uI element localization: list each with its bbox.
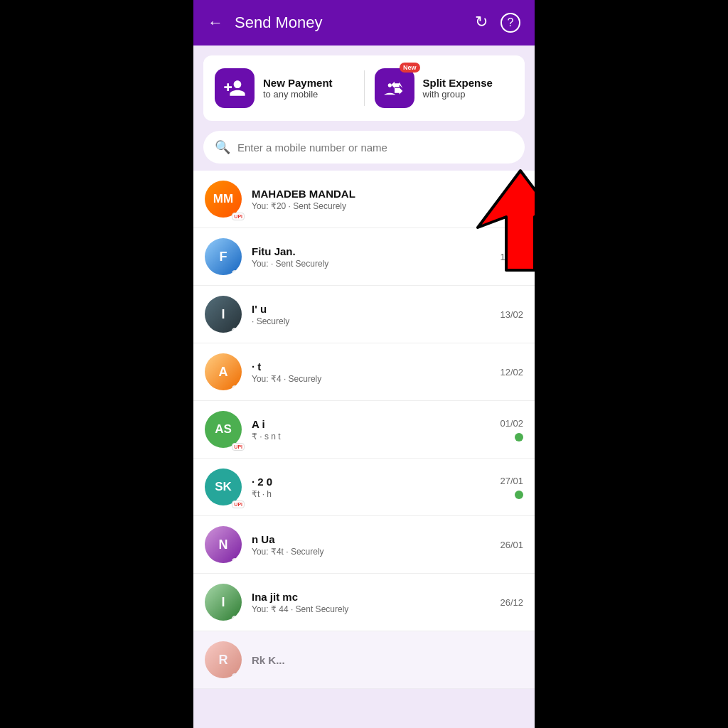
contact-sub: ₹t · h <box>252 489 490 499</box>
contact-name: · t <box>252 360 490 373</box>
contact-sub: You: · Sent Securely <box>252 259 490 269</box>
search-input[interactable] <box>237 141 513 154</box>
top-actions: New Payment to any mobile New Split Expe… <box>203 55 525 121</box>
contact-date: 13/02 <box>500 309 523 320</box>
avatar: MM UPI <box>205 181 242 218</box>
upi-badge: UPI <box>232 270 242 275</box>
contact-item[interactable]: AS UPI A i ₹ · s n t 01/02 <box>193 401 535 459</box>
phone-container: ← Send Money ↻ ? New Payment to any mobi… <box>193 0 535 728</box>
contact-info: A i ₹ · s n t <box>252 418 490 441</box>
avatar-initials: MM <box>213 192 233 206</box>
avatar: I UPI <box>205 296 242 333</box>
contact-name: n Ua <box>252 533 490 545</box>
new-payment-button[interactable]: New Payment to any mobile <box>215 68 354 108</box>
contact-item[interactable]: N UPI n Ua You: ₹4t · Securely 26/01 <box>193 516 535 574</box>
upi-badge: UPI <box>232 385 242 390</box>
help-icon[interactable]: ? <box>500 13 520 33</box>
contact-info: MAHADEB MANDAL You: ₹20 · Sent Securely <box>252 188 490 211</box>
upi-badge: UPI <box>232 673 242 678</box>
avatar: AS UPI <box>205 411 242 448</box>
contact-name: · 2 0 <box>252 476 490 488</box>
contact-name: I' u <box>252 303 490 315</box>
upi-badge: UPI <box>232 558 242 563</box>
contact-item[interactable]: I UPI I' u · Securely 13/02 <box>193 286 535 343</box>
contact-name: MAHADEB MANDAL <box>252 188 490 200</box>
contact-info: Ina jit mc You: ₹ 44 · Sent Securely <box>252 591 490 614</box>
split-expense-button[interactable]: New Split Expense with group <box>375 68 514 108</box>
action-divider <box>364 70 365 106</box>
contact-name: A i <box>252 418 490 430</box>
contact-sub: · Securely <box>252 316 490 326</box>
back-button[interactable]: ← <box>208 14 223 32</box>
avatar: A UPI <box>205 353 242 390</box>
new-payment-subtitle: to any mobile <box>263 89 333 100</box>
contacts-list: MM UPI MAHADEB MANDAL You: ₹20 · Sent Se… <box>193 171 535 689</box>
avatar: F UPI <box>205 238 242 275</box>
contact-name: Ina jit mc <box>252 591 490 603</box>
avatar-initials: AS <box>215 422 232 437</box>
header-icons: ↻ ? <box>475 13 520 33</box>
new-payment-icon <box>215 68 255 108</box>
contact-item[interactable]: I UPI Ina jit mc You: ₹ 44 · Sent Secure… <box>193 574 535 631</box>
search-container: 🔍 <box>203 131 525 164</box>
split-icon <box>383 77 406 100</box>
online-indicator <box>515 433 523 441</box>
contact-name: Fitu Jan. <box>252 245 490 257</box>
upi-badge: UPI <box>232 443 245 451</box>
upi-badge: UPI <box>232 616 242 621</box>
contact-sub: You: ₹4 · Securely <box>252 374 490 384</box>
contact-sub: You: ₹ 44 · Sent Securely <box>252 604 490 614</box>
refresh-icon[interactable]: ↻ <box>475 13 488 33</box>
split-expense-title: Split Expense <box>423 77 493 89</box>
upi-badge: UPI <box>232 213 245 220</box>
contact-info: Fitu Jan. You: · Sent Securely <box>252 245 490 269</box>
contact-item[interactable]: SK UPI · 2 0 ₹t · h 27/01 <box>193 459 535 516</box>
online-indicator <box>515 491 523 499</box>
contact-name: Rk K... <box>252 654 523 666</box>
contact-sub: ₹ · s n t <box>252 432 490 441</box>
avatar: R UPI <box>205 641 242 678</box>
header: ← Send Money ↻ ? <box>193 0 535 46</box>
contact-info: I' u · Securely <box>252 303 490 326</box>
new-payment-title: New Payment <box>263 77 333 89</box>
search-icon: 🔍 <box>215 139 230 155</box>
contact-info: · 2 0 ₹t · h <box>252 476 490 499</box>
contact-sub: You: ₹20 · Sent Securely <box>252 201 490 211</box>
contact-date: 01/02 <box>500 418 523 441</box>
contact-item[interactable]: MM UPI MAHADEB MANDAL You: ₹20 · Sent Se… <box>193 171 535 228</box>
avatar: N UPI <box>205 526 242 563</box>
contact-date: 26/01 <box>500 540 523 550</box>
avatar-initials: SK <box>215 480 232 494</box>
split-expense-icon-circle: New <box>375 68 414 108</box>
new-payment-text: New Payment to any mobile <box>263 77 333 100</box>
new-badge: New <box>400 63 420 73</box>
contact-item[interactable]: F UPI Fitu Jan. You: · Sent Securely 14/… <box>193 228 535 286</box>
contact-date: 25/02 <box>500 194 523 205</box>
page-title: Send Money <box>235 14 323 32</box>
person-add-icon <box>223 77 246 100</box>
split-expense-subtitle: with group <box>423 89 493 100</box>
avatar: I UPI <box>205 584 242 621</box>
upi-badge: UPI <box>232 500 245 508</box>
contact-sub: You: ₹4t · Securely <box>252 547 490 557</box>
header-left: ← Send Money <box>208 14 323 32</box>
contact-item[interactable]: R UPI Rk K... <box>193 631 535 689</box>
contact-info: Rk K... <box>252 654 523 666</box>
avatar: SK UPI <box>205 469 242 505</box>
split-expense-text: Split Expense with group <box>423 77 493 100</box>
contact-date: 26/12 <box>500 597 523 608</box>
contact-date: 14/02 <box>500 252 523 262</box>
upi-badge: UPI <box>232 328 242 333</box>
contact-date: 27/01 <box>500 476 523 499</box>
contact-info: · t You: ₹4 · Securely <box>252 360 490 384</box>
contact-date: 12/02 <box>500 367 523 378</box>
contact-info: n Ua You: ₹4t · Securely <box>252 533 490 557</box>
contact-item[interactable]: A UPI · t You: ₹4 · Securely 12/02 <box>193 343 535 401</box>
